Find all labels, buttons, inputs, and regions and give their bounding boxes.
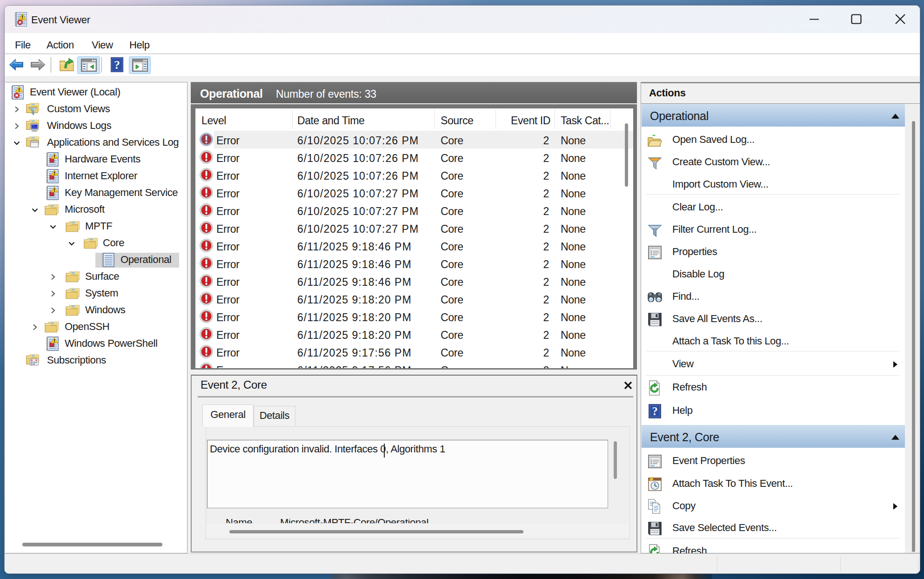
svg-text:?: ?	[114, 58, 120, 72]
